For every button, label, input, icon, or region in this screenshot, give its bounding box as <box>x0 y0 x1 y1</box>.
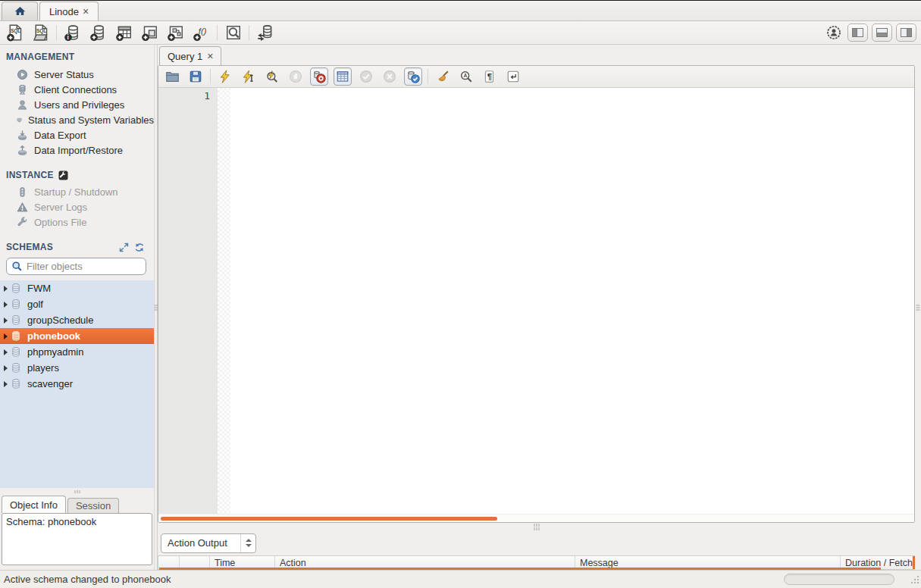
instance-wrench-badge-icon <box>58 170 68 180</box>
editor-horizontal-scrollbar[interactable] <box>158 514 914 522</box>
sidebar-item-client-connections[interactable]: Client Connections <box>6 82 154 97</box>
open-script-button[interactable] <box>163 67 181 86</box>
beautify-button[interactable] <box>434 67 452 86</box>
autocommit-toggle[interactable] <box>404 67 422 86</box>
sidebar-item-server-status[interactable]: Server Status <box>6 67 154 82</box>
connection-tabstrip: Linode × <box>0 1 921 21</box>
save-script-icon <box>189 70 202 83</box>
execute-current-button[interactable] <box>240 67 258 86</box>
editor-column: Query 1 × <box>158 45 921 570</box>
toolbar-separator <box>56 25 57 40</box>
toolbar-separator <box>210 69 211 84</box>
preferences-icon <box>825 24 842 41</box>
create-schema-button[interactable] <box>88 23 108 43</box>
open-sql-script-button[interactable]: SQL <box>30 23 51 43</box>
sidebar-item-users-privileges[interactable]: Users and Privileges <box>6 97 154 112</box>
toggle-right-sidebar-icon <box>901 28 912 37</box>
sidebar-item-options-file[interactable]: Options File <box>6 214 154 230</box>
select-spinner-icon[interactable] <box>240 534 255 552</box>
sidebar-item-startup-shutdown[interactable]: Startup / Shutdown <box>6 184 154 199</box>
schema-inspector-button[interactable]: i <box>62 23 83 43</box>
schema-row-fwm[interactable]: FWM <box>0 280 154 296</box>
schema-db-icon <box>11 378 21 389</box>
stop-on-error-toggle[interactable] <box>310 67 328 86</box>
schema-filter-input[interactable]: Filter objects <box>6 258 146 275</box>
wrap-text-button[interactable] <box>504 67 522 86</box>
expander-icon[interactable] <box>4 333 8 339</box>
tab-object-info[interactable]: Object Info <box>2 496 66 513</box>
schema-row-phpmyadmin[interactable]: phpmyadmin <box>0 344 154 360</box>
filter-placeholder: Filter objects <box>27 261 83 272</box>
schema-row-phonebook-selected[interactable]: phonebook <box>0 328 154 344</box>
tab-session[interactable]: Session <box>67 498 119 513</box>
output-horizontal-scrollbar[interactable] <box>159 568 881 570</box>
schema-db-icon <box>11 299 21 310</box>
output-vertical-scrollbar[interactable] <box>913 556 915 569</box>
sidebar-item-system-variables[interactable]: Status and System Variables <box>6 112 154 127</box>
preferences-button[interactable] <box>823 23 844 43</box>
progress-indicator <box>784 574 894 585</box>
home-tab[interactable] <box>2 2 38 20</box>
toggle-left-sidebar-button[interactable] <box>847 23 868 42</box>
window-resize-grip[interactable] <box>911 576 919 583</box>
create-view-icon <box>141 23 159 42</box>
connection-tab-linode[interactable]: Linode × <box>39 2 99 20</box>
expander-icon[interactable] <box>4 302 8 308</box>
expander-icon[interactable] <box>4 317 8 324</box>
sidebar-item-server-logs[interactable]: Server Logs <box>6 199 154 214</box>
create-procedure-button[interactable] <box>165 23 186 43</box>
output-splitter[interactable] <box>158 523 915 530</box>
sql-editor-panel: A ¶ 1 <box>158 65 915 523</box>
right-edge-splitter[interactable] <box>916 45 920 570</box>
commit-button[interactable] <box>357 67 375 86</box>
refresh-schemas-icon[interactable] <box>134 242 145 252</box>
create-table-button[interactable] <box>114 23 134 43</box>
toolbar-separator <box>428 69 428 84</box>
expander-icon[interactable] <box>4 349 8 355</box>
schema-row-scavenger[interactable]: scavenger <box>0 376 154 392</box>
new-sql-tab-button[interactable]: SQL <box>5 23 25 43</box>
filter-search-icon <box>11 261 23 272</box>
schema-row-groupschedule[interactable]: groupSchedule <box>0 312 154 328</box>
home-icon <box>14 5 27 17</box>
sidebar-item-data-import[interactable]: Data Import/Restore <box>6 142 154 158</box>
editor-text-area[interactable] <box>230 88 914 514</box>
output-table-header: Time Action Message Duration / Fetch <box>158 555 915 570</box>
svg-text:f(): f() <box>198 27 206 36</box>
expander-icon[interactable] <box>4 365 8 371</box>
reconnect-dbms-button[interactable] <box>255 23 275 43</box>
explain-button[interactable] <box>263 67 281 86</box>
schema-row-golf[interactable]: golf <box>0 296 154 312</box>
stop-button[interactable] <box>287 67 305 86</box>
find-button[interactable]: A <box>457 67 475 86</box>
line-number: 1 <box>204 90 210 102</box>
create-function-button[interactable]: f() <box>191 23 211 43</box>
expander-icon[interactable] <box>4 286 8 292</box>
close-icon[interactable]: × <box>207 51 213 61</box>
scrollbar-thumb[interactable] <box>161 517 497 521</box>
server-logs-icon <box>17 202 28 213</box>
create-view-button[interactable] <box>139 23 160 43</box>
svg-text:A: A <box>463 73 467 78</box>
execute-button[interactable] <box>216 67 234 86</box>
expander-icon[interactable] <box>4 381 8 387</box>
save-script-button[interactable] <box>186 67 205 86</box>
object-info-content: Schema: phonebook <box>6 516 96 527</box>
toggle-output-area-button[interactable] <box>872 23 892 42</box>
toggle-right-sidebar-button[interactable] <box>896 23 916 42</box>
close-icon[interactable]: × <box>83 6 89 17</box>
limit-rows-toggle[interactable] <box>334 67 352 86</box>
rollback-button[interactable] <box>381 67 399 86</box>
query-tab-label: Query 1 <box>168 51 202 62</box>
management-section-header: MANAGEMENT <box>6 52 154 62</box>
output-type-select[interactable]: Action Output <box>161 533 256 553</box>
schema-row-players[interactable]: players <box>0 360 154 376</box>
object-info-splitter[interactable] <box>0 488 154 495</box>
search-table-data-button[interactable] <box>223 23 243 43</box>
query-tab[interactable]: Query 1 × <box>159 46 221 65</box>
expand-schemas-icon[interactable] <box>119 242 129 252</box>
svg-text:i: i <box>67 34 68 41</box>
sql-editor[interactable]: 1 <box>158 88 914 514</box>
sidebar-item-data-export[interactable]: Data Export <box>6 127 154 142</box>
invisibles-button[interactable]: ¶ <box>481 67 499 86</box>
